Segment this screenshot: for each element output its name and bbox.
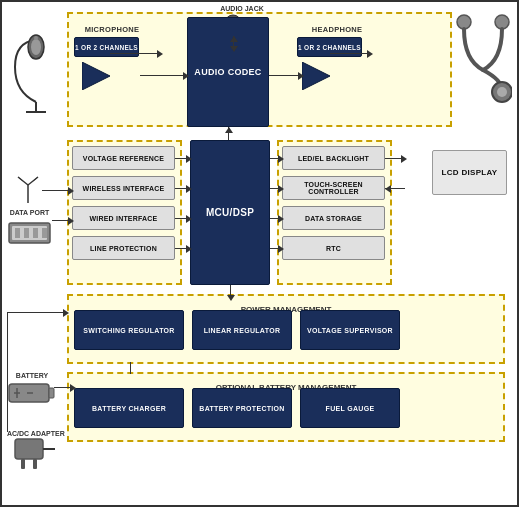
diagram-wrapper: AUDIO JACK MICROPHONE PREAMPS 1 OR 2 CHA… (0, 0, 519, 507)
audio-jack-label: AUDIO JACK (212, 5, 272, 12)
line-amp-right (330, 53, 370, 54)
svg-rect-17 (24, 228, 29, 238)
stethoscope-icon (454, 10, 512, 110)
lcd-display-block: LCD DISPLAY (432, 150, 507, 195)
arrow-bat-optional (70, 384, 76, 392)
touch-screen-block: TOUCH-SCREEN CONTROLLER (282, 176, 385, 200)
arrow-codec-amp (298, 72, 304, 80)
svg-rect-16 (15, 228, 20, 238)
svg-line-23 (18, 177, 23, 181)
data-port-area: DATA PORT (7, 209, 52, 252)
battery-charger-block: BATTERY CHARGER (74, 388, 184, 428)
line-optional-power (130, 362, 131, 374)
voltage-reference-block: VOLTAGE REFERENCE (72, 146, 175, 170)
arrow-codec-up (230, 36, 238, 42)
svg-rect-18 (33, 228, 38, 238)
arrow-mcu-power (227, 295, 235, 301)
amp-right (302, 62, 330, 94)
svg-point-3 (31, 39, 41, 55)
arrow-touch-lcd (385, 185, 391, 193)
battery-protection-block: BATTERY PROTECTION (192, 388, 292, 428)
arrow-acdc (63, 309, 69, 317)
arrow-mcu-codec (225, 127, 233, 133)
svg-rect-30 (15, 439, 43, 459)
svg-rect-31 (21, 459, 25, 469)
antenna-icon (14, 175, 42, 209)
arrow-wired (186, 215, 192, 223)
audio-codec-block: AUDIO CODEC (187, 17, 269, 127)
arrow-port-wired (68, 217, 74, 225)
channels-right: 1 OR 2 CHANNELS (297, 37, 362, 57)
line-protection-block: LINE PROTECTION (72, 236, 175, 260)
mcu-dsp-block: MCU/DSP (190, 140, 270, 285)
led-backlight-block: LED/EL BACKLIGHT (282, 146, 385, 170)
svg-marker-9 (302, 62, 330, 90)
svg-rect-26 (49, 388, 54, 398)
arrow-touch (278, 185, 284, 193)
arrow-led (278, 155, 284, 163)
arrow-led-lcd (401, 155, 407, 163)
arrow-wifi (186, 185, 192, 193)
wired-interface-block: WIRED INTERFACE (72, 206, 175, 230)
svg-rect-19 (42, 228, 47, 238)
line-acdc-power (7, 312, 8, 432)
line-ch-left (140, 75, 187, 76)
linear-regulator-block: LINEAR REGULATOR (192, 310, 292, 350)
arrow-jack-down (230, 46, 238, 52)
amp-left (82, 62, 110, 94)
arrow-ch-right (183, 72, 189, 80)
wireless-interface-block: WIRELESS INTERFACE (72, 176, 175, 200)
arrow-vref (186, 155, 192, 163)
microphone-icon (10, 22, 62, 117)
rtc-block: RTC (282, 236, 385, 260)
voltage-supervisor-block: VOLTAGE SUPERVISOR (300, 310, 400, 350)
fuel-gauge-block: FUEL GAUGE (300, 388, 400, 428)
svg-marker-8 (82, 62, 110, 90)
svg-line-24 (33, 177, 38, 181)
battery-area: BATTERY (7, 372, 57, 411)
arrow-ant-wifi (68, 187, 74, 195)
arrow-storage (278, 215, 284, 223)
svg-rect-32 (33, 459, 37, 469)
acdc-area: AC/DC ADAPTER (7, 430, 65, 476)
switching-regulator-block: SWITCHING REGULATOR (74, 310, 184, 350)
svg-point-11 (495, 15, 509, 29)
line-acdc-h (7, 312, 67, 313)
channels-left: 1 OR 2 CHANNELS (74, 37, 139, 57)
arrow-lineprot (186, 245, 192, 253)
data-storage-block: DATA STORAGE (282, 206, 385, 230)
svg-point-4 (34, 36, 38, 40)
line-amp-ch (110, 53, 160, 54)
arrow-rtc (278, 245, 284, 253)
arrow-amp-ch (157, 50, 163, 58)
svg-point-10 (457, 15, 471, 29)
svg-point-13 (497, 87, 507, 97)
arrow-amp-out (367, 50, 373, 58)
